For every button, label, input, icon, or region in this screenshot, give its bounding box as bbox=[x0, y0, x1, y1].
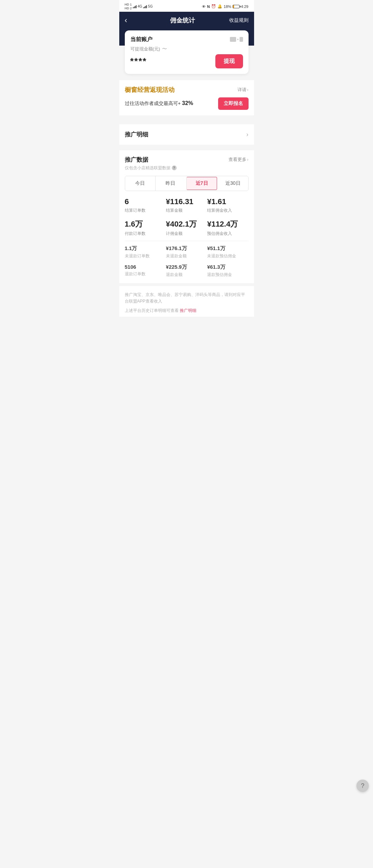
stats-more-chevron-icon: › bbox=[247, 157, 249, 162]
icon-block-1 bbox=[230, 37, 236, 42]
account-card: 当前账户 可提现金额(元) 〜 **** 提现 bbox=[125, 30, 249, 74]
amount-masked: **** bbox=[130, 56, 147, 67]
detail-label-0: 未退款订单数 bbox=[125, 253, 166, 259]
revenue-rules-button[interactable]: 收益规则 bbox=[229, 17, 249, 23]
divider-2 bbox=[119, 119, 254, 122]
stats-detail-grid: 1.1万 未退款订单数 ¥176.1万 未退款金额 ¥51.1万 未退款预估佣金… bbox=[125, 245, 249, 278]
stat-item-1: ¥116.31 结算金额 bbox=[166, 197, 207, 213]
promo-section[interactable]: 推广明细 › bbox=[119, 124, 254, 145]
n-icon: N bbox=[207, 4, 210, 9]
stat-item-2: ¥1.61 结算佣金收入 bbox=[207, 197, 248, 213]
help-icon[interactable]: ? bbox=[172, 165, 177, 170]
icon-block-2 bbox=[240, 37, 243, 42]
detail-stat-5: ¥61.3万 退款预估佣金 bbox=[207, 264, 248, 278]
detail-value-2: ¥51.1万 bbox=[207, 245, 248, 252]
stat-value-1: ¥116.31 bbox=[166, 197, 207, 206]
stats-main-grid: 6 结算订单数 ¥116.31 结算金额 ¥1.61 结算佣金收入 1.6万 付… bbox=[125, 197, 249, 237]
detail-stat-0: 1.1万 未退款订单数 bbox=[125, 245, 166, 259]
detail-value-3: 5106 bbox=[125, 264, 166, 270]
withdrawable-label: 可提现金额(元) bbox=[130, 46, 160, 52]
status-bar: HD 1HD 2 4G 5G 👁 N ⏰ 🔔 18% 4:29 bbox=[119, 0, 254, 12]
withdraw-button[interactable]: 提现 bbox=[215, 54, 243, 68]
5g-label: 5G bbox=[148, 4, 152, 8]
tabs-row: 今日 昨日 近7日 近30日 bbox=[125, 176, 249, 191]
detail-stat-2: ¥51.1万 未退款预估佣金 bbox=[207, 245, 248, 259]
icon-dot bbox=[237, 39, 239, 40]
status-network: HD 1HD 2 4G 5G bbox=[125, 3, 153, 10]
back-button[interactable]: ‹ bbox=[125, 16, 136, 25]
banner-header: 橱窗经营返现活动 详请 › bbox=[125, 86, 249, 94]
account-label: 当前账户 bbox=[130, 36, 152, 43]
divider-3 bbox=[119, 147, 254, 150]
stat-item-4: ¥402.1万 计佣金额 bbox=[166, 219, 207, 237]
banner-row: 过往活动作者成交最高可+ 32% 立即报名 bbox=[125, 97, 249, 110]
detail-value-5: ¥61.3万 bbox=[207, 264, 248, 270]
footer-link-prefix: 上述平台历史订单明细可查看 bbox=[125, 308, 179, 313]
divider-1 bbox=[119, 74, 254, 77]
stat-label-0: 结算订单数 bbox=[125, 208, 166, 213]
stat-item-0: 6 结算订单数 bbox=[125, 197, 166, 213]
footer-promo-link[interactable]: 推广明细 bbox=[180, 308, 196, 313]
stats-more-button[interactable]: 查看更多 › bbox=[229, 156, 249, 163]
stat-label-1: 结算金额 bbox=[166, 208, 207, 213]
detail-stat-1: ¥176.1万 未退款金额 bbox=[166, 245, 207, 259]
detail-label-2: 未退款预估佣金 bbox=[207, 253, 248, 259]
signup-button[interactable]: 立即报名 bbox=[218, 97, 249, 110]
stat-label-3: 付款订单数 bbox=[125, 231, 166, 237]
detail-stat-4: ¥225.9万 退款金额 bbox=[166, 264, 207, 278]
stat-value-2: ¥1.61 bbox=[207, 197, 248, 206]
stats-title: 推广数据 bbox=[125, 156, 148, 164]
stats-sub: 仅包含小店精选联盟数据 ? bbox=[125, 165, 249, 171]
status-right: 👁 N ⏰ 🔔 18% 4:29 bbox=[202, 4, 248, 9]
time: 4:29 bbox=[241, 4, 248, 9]
account-card-header: 当前账户 bbox=[130, 36, 243, 43]
stat-item-5: ¥112.4万 预估佣金收入 bbox=[207, 219, 248, 237]
tab-yesterday[interactable]: 昨日 bbox=[155, 176, 186, 191]
stat-value-0: 6 bbox=[125, 197, 166, 206]
detail-label-3: 退款订单数 bbox=[125, 271, 166, 277]
battery-icon bbox=[233, 5, 240, 8]
stat-item-3: 1.6万 付款订单数 bbox=[125, 219, 166, 237]
banner-detail-button[interactable]: 详请 › bbox=[237, 87, 249, 93]
eye-status-icon: 👁 bbox=[202, 4, 206, 9]
stats-section: 推广数据 查看更多 › 仅包含小店精选联盟数据 ? 今日 昨日 近7日 近30日… bbox=[119, 150, 254, 283]
banner-chevron-icon: › bbox=[247, 87, 249, 92]
back-icon: ‹ bbox=[125, 16, 127, 25]
stats-header: 推广数据 查看更多 › bbox=[125, 156, 249, 164]
tab-today[interactable]: 今日 bbox=[125, 176, 155, 191]
withdrawable-row: 可提现金额(元) 〜 bbox=[130, 46, 243, 52]
detail-label-4: 退款金额 bbox=[166, 272, 207, 278]
detail-label-5: 退款预估佣金 bbox=[207, 272, 248, 278]
banner-section: 橱窗经营返现活动 详请 › 过往活动作者成交最高可+ 32% 立即报名 bbox=[119, 80, 254, 115]
account-icon bbox=[230, 37, 243, 42]
banner-desc: 过往活动作者成交最高可+ 32% bbox=[125, 100, 193, 107]
footer-note: 推广淘宝、京东、唯品会、苏宁易购、洋码头等商品，请到对应平台联盟APP查看收入 … bbox=[119, 286, 254, 317]
alarm-icon: ⏰ bbox=[211, 4, 216, 9]
stat-value-4: ¥402.1万 bbox=[166, 219, 207, 229]
stats-divider bbox=[125, 241, 249, 241]
detail-value-1: ¥176.1万 bbox=[166, 245, 207, 252]
tab-7days[interactable]: 近7日 bbox=[186, 177, 217, 190]
hd-label: HD 1HD 2 bbox=[125, 3, 132, 10]
battery-pct: 18% bbox=[224, 4, 231, 9]
bell-icon: 🔔 bbox=[217, 4, 222, 9]
stat-value-5: ¥112.4万 bbox=[207, 219, 248, 229]
signal-5g-bars bbox=[143, 5, 147, 8]
detail-label-1: 未退款金额 bbox=[166, 253, 207, 259]
banner-percent: 32% bbox=[182, 100, 193, 106]
stat-label-2: 结算佣金收入 bbox=[207, 208, 248, 213]
stat-label-4: 计佣金额 bbox=[166, 231, 207, 237]
banner-title: 橱窗经营返现活动 bbox=[125, 86, 175, 94]
detail-stat-3: 5106 退款订单数 bbox=[125, 264, 166, 278]
stat-value-3: 1.6万 bbox=[125, 219, 166, 229]
detail-value-4: ¥225.9万 bbox=[166, 264, 207, 270]
eye-hide-icon[interactable]: 〜 bbox=[162, 46, 167, 52]
footer-text: 推广淘宝、京东、唯品会、苏宁易购、洋码头等商品，请到对应平台联盟APP查看收入 bbox=[125, 292, 249, 305]
4g-label: 4G bbox=[138, 4, 142, 8]
card-bottom-row: **** 提现 bbox=[130, 54, 243, 68]
promo-chevron-icon: › bbox=[246, 131, 249, 138]
tab-30days[interactable]: 近30日 bbox=[218, 176, 248, 191]
page-title: 佣金统计 bbox=[170, 16, 195, 25]
footer-link-row: 上述平台历史订单明细可查看 推广明细 bbox=[125, 307, 249, 314]
stat-label-5: 预估佣金收入 bbox=[207, 231, 248, 237]
